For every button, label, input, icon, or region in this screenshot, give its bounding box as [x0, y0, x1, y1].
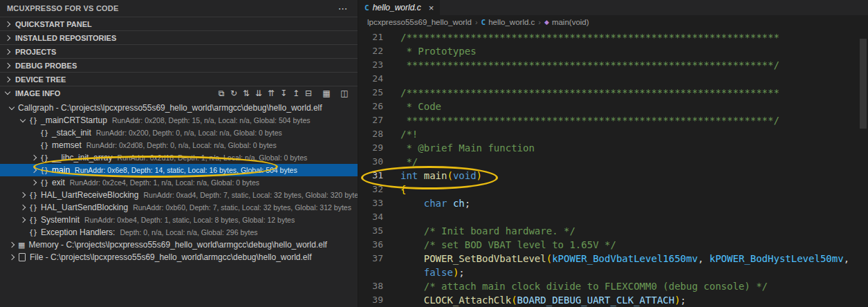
code-line-37[interactable]: 37 POWER_SetBodVbatLevel(kPOWER_BodVbatL…	[358, 252, 858, 266]
code-line-26[interactable]: 26 * Code	[358, 100, 858, 113]
code-area[interactable]: 21/*************************************…	[358, 29, 858, 307]
editor-scrollbar[interactable]	[858, 29, 868, 307]
sidebar-section-projects[interactable]: PROJECTS	[0, 44, 358, 58]
tree-item-details: RunAddr: 0x6e8, Depth: 14, static, Local…	[75, 166, 297, 174]
tree-item-hal-uartsendblocking[interactable]: {}HAL_UartSendBlockingRunAddr: 0xb60, De…	[0, 201, 358, 214]
breadcrumb-item-lpcxpresso55s69-hello-world[interactable]: lpcxpresso55s69_hello_world	[367, 18, 472, 26]
image-info-tree: Callgraph - C:\projects\lpcxpresso55s69_…	[0, 100, 358, 263]
code-text: /* attach main clock divide to FLEXCOMM0…	[383, 279, 768, 293]
tree-item-callgraph[interactable]: Callgraph - C:\projects\lpcxpresso55s69_…	[0, 102, 358, 114]
tree-item-memory[interactable]: ▦Memory - C:\projects\lpcxpresso55s69_he…	[0, 239, 358, 251]
line-number: 39	[358, 293, 383, 307]
code-text: ****************************************…	[383, 58, 779, 72]
code-line-32[interactable]: 32{	[358, 183, 858, 196]
sidebar-section-device-tree[interactable]: DEVICE TREE	[0, 72, 358, 86]
chevron-right-icon[interactable]	[31, 180, 37, 185]
section-label: DEVICE TREE	[15, 75, 66, 84]
chevron-down-icon[interactable]	[20, 116, 26, 122]
close-icon[interactable]: ×	[429, 3, 434, 13]
sidebar-section-quickstart-panel[interactable]: QUICKSTART PANEL	[0, 17, 358, 30]
tree-item-main[interactable]: {}mainRunAddr: 0x6e8, Depth: 14, static,…	[0, 164, 358, 176]
chevron-down-icon[interactable]	[9, 104, 15, 109]
code-line-34[interactable]: 34	[358, 210, 858, 224]
tree-item-file[interactable]: File - C:\projects\lpcxpresso55s69_hello…	[0, 251, 358, 263]
refresh-icon[interactable]: ↻	[228, 88, 240, 99]
export-down-icon[interactable]: ↧	[277, 88, 290, 99]
code-line-30[interactable]: 30 */	[358, 155, 858, 169]
code-line-33[interactable]: 33 char ch;	[358, 196, 858, 210]
line-number: 22	[358, 44, 383, 58]
code-line-wrap[interactable]: false);	[358, 266, 858, 279]
code-line-28[interactable]: 28/*!	[358, 127, 858, 141]
tree-item-stack-init[interactable]: {}_stack_initRunAddr: 0x200, Depth: 0, n…	[0, 127, 358, 139]
tree-item-exception-handlers[interactable]: {}Exception Handlers:Depth: 0, n/a, Loca…	[0, 226, 358, 239]
sort-descending-icon[interactable]: ⇊	[252, 88, 265, 99]
tree-item-details: RunAddr: 0xbe4, Depth: 1, static, Local:…	[84, 216, 295, 224]
collapse-all-icon[interactable]: ⊟	[302, 88, 315, 99]
more-actions-icon[interactable]: ⋯	[338, 3, 348, 14]
chevron-right-icon[interactable]	[20, 192, 26, 198]
sidebar-title: MCUXPRESSO FOR VS CODE	[7, 4, 118, 12]
code-text: * Code	[383, 100, 441, 113]
sidebar-section-debug-probes[interactable]: DEBUG PROBES	[0, 58, 358, 72]
scrollbar-thumb[interactable]	[860, 39, 867, 129]
section-label: QUICKSTART PANEL	[15, 20, 92, 28]
chevron-right-icon[interactable]	[9, 242, 15, 248]
tree-item-hal-uartreceiveblocking[interactable]: {}HAL_UartReceiveBlockingRunAddr: 0xad4,…	[0, 189, 358, 201]
chevron-right-icon[interactable]	[31, 167, 37, 173]
chevron-right-icon	[5, 62, 10, 68]
symbol-method-icon: ◆	[544, 19, 549, 26]
braces-symbol-icon: {}	[29, 192, 37, 199]
braces-symbol-icon: {}	[40, 142, 48, 149]
breadcrumb-item-hello-world-c[interactable]: Chello_world.c	[481, 18, 535, 27]
tree-item-details: RunAddr: 0xb60, Depth: 7, static, Local:…	[133, 203, 351, 212]
line-number: 32	[358, 183, 383, 196]
export-up-icon[interactable]: ↥	[290, 88, 302, 99]
code-line-36[interactable]: 36 /* set BOD VBAT level to 1.65V */	[358, 238, 858, 252]
chevron-right-icon[interactable]	[20, 217, 26, 223]
tree-item-exit[interactable]: {}exitRunAddr: 0x2ce4, Depth: 1, n/a, Lo…	[0, 176, 358, 189]
sort-ascending-icon[interactable]: ⇈	[265, 88, 277, 99]
tree-item-systeminit[interactable]: {}SystemInitRunAddr: 0xbe4, Depth: 1, st…	[0, 214, 358, 226]
flow-vertical-icon[interactable]: ⇅	[240, 88, 252, 99]
breadcrumb-item-main-void[interactable]: ◆main(void)	[544, 18, 589, 26]
breadcrumb-label: lpcxpresso55s69_hello_world	[367, 18, 472, 26]
tree-item-maincrtstartup[interactable]: {}_mainCRTStartupRunAddr: 0x208, Depth: …	[0, 114, 358, 127]
code-text: int main(void)	[383, 169, 482, 183]
section-label: INSTALLED REPOSITORIES	[15, 34, 116, 42]
sidebar-section-image-info[interactable]: IMAGE INFO ⧉↻⇅⇊⇈↧↥⊟▦◫	[0, 86, 358, 100]
code-text: /***************************************…	[383, 30, 779, 44]
section-label: IMAGE INFO	[15, 89, 60, 97]
code-line-38[interactable]: 38 /* attach main clock divide to FLEXCO…	[358, 279, 858, 293]
code-line-23[interactable]: 23 *************************************…	[358, 58, 858, 72]
code-line-24[interactable]: 24	[358, 72, 858, 86]
file-icon	[19, 253, 26, 261]
tree-item-details: RunAddr: 0x208, Depth: 15, n/a, Local: n…	[112, 116, 311, 124]
chevron-right-icon[interactable]	[20, 205, 26, 210]
code-line-39[interactable]: 39 CLOCK_AttachClk(BOARD_DEBUG_UART_CLK_…	[358, 293, 858, 307]
callgraph-icon[interactable]: ⧉	[215, 88, 228, 99]
chevron-right-icon[interactable]	[9, 254, 15, 260]
code-line-35[interactable]: 35 /* Init board hardware. */	[358, 224, 858, 238]
tree-item-label: SystemInit	[41, 215, 80, 225]
table-view-icon[interactable]: ▦	[320, 88, 333, 99]
code-line-21[interactable]: 21/*************************************…	[358, 30, 858, 44]
split-panel-icon[interactable]: ◫	[338, 88, 351, 99]
sidebar-section-installed-repositories[interactable]: INSTALLED REPOSITORIES	[0, 30, 358, 44]
memory-icon: ▦	[18, 241, 25, 248]
code-line-29[interactable]: 29 * @brief Main function	[358, 141, 858, 155]
tree-item-libc-init-array[interactable]: {}__libc_init_arrayRunAddr: 0x2d18, Dept…	[0, 151, 358, 164]
code-text: */	[383, 155, 418, 169]
code-line-31[interactable]: 31int main(void)	[358, 169, 858, 183]
code-line-22[interactable]: 22 * Prototypes	[358, 44, 858, 58]
tree-item-memset[interactable]: {}memsetRunAddr: 0x2d08, Depth: 0, n/a, …	[0, 139, 358, 151]
tree-item-label: memset	[52, 140, 82, 150]
code-line-27[interactable]: 27 *************************************…	[358, 113, 858, 127]
chevron-right-icon[interactable]	[31, 155, 37, 160]
tab-hello-world-c[interactable]: C hello_world.c ×	[358, 0, 440, 15]
tree-item-label: File - C:\projects\lpcxpresso55s69_hello…	[30, 252, 312, 262]
line-number: 30	[358, 155, 383, 169]
sidebar: MCUXPRESSO FOR VS CODE ⋯ QUICKSTART PANE…	[0, 0, 358, 307]
breadcrumb-label: main(void)	[552, 18, 589, 26]
code-line-25[interactable]: 25/*************************************…	[358, 86, 858, 100]
